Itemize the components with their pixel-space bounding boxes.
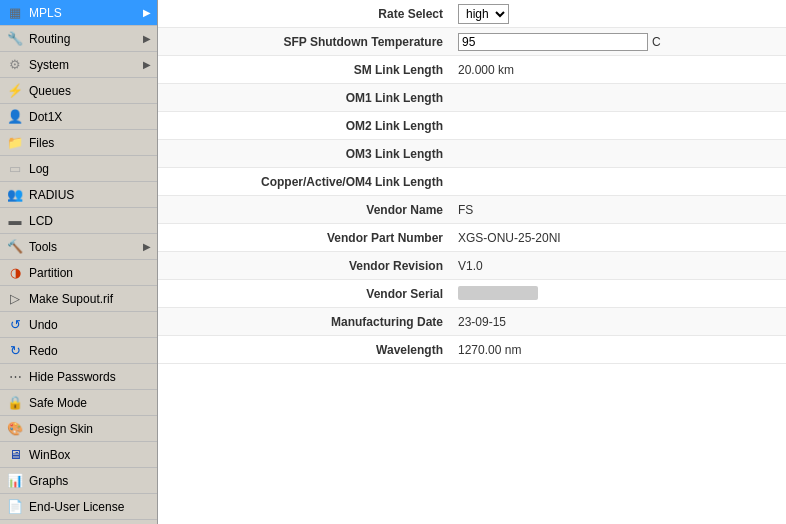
form-row-5: OM3 Link Length bbox=[158, 140, 786, 168]
sidebar-label-files: Files bbox=[29, 136, 151, 150]
queues-icon: ⚡ bbox=[6, 82, 24, 100]
sidebar-item-log[interactable]: ▭ Log bbox=[0, 156, 157, 182]
form-row-3: OM1 Link Length bbox=[158, 84, 786, 112]
sidebar-label-log: Log bbox=[29, 162, 151, 176]
form-value-2: 20.000 km bbox=[458, 63, 776, 77]
redo-icon: ↻ bbox=[6, 342, 24, 360]
sidebar-item-redo[interactable]: ↻ Redo bbox=[0, 338, 157, 364]
sidebar-item-mpls[interactable]: ▦ MPLS ▶ bbox=[0, 0, 157, 26]
form-label-0: Rate Select bbox=[168, 7, 458, 21]
sidebar-label-tools: Tools bbox=[29, 240, 143, 254]
make-icon: ▷ bbox=[6, 290, 24, 308]
form-value-12: 1270.00 nm bbox=[458, 343, 776, 357]
sidebar-item-tools[interactable]: 🔨 Tools ▶ bbox=[0, 234, 157, 260]
unit-label: C bbox=[652, 35, 661, 49]
form-value-11: 23-09-15 bbox=[458, 315, 776, 329]
hide-icon: ⋯ bbox=[6, 368, 24, 386]
sidebar-item-lcd[interactable]: ▬ LCD bbox=[0, 208, 157, 234]
sidebar-item-make[interactable]: ▷ Make Supout.rif bbox=[0, 286, 157, 312]
form-row-7: Vendor Name FS bbox=[158, 196, 786, 224]
form-value-10 bbox=[458, 286, 776, 302]
arrow-icon-tools: ▶ bbox=[143, 241, 151, 252]
sidebar-label-queues: Queues bbox=[29, 84, 151, 98]
sidebar-label-undo: Undo bbox=[29, 318, 151, 332]
form-row-1: SFP Shutdown Temperature C bbox=[158, 28, 786, 56]
mpls-icon: ▦ bbox=[6, 4, 24, 22]
form-value-7: FS bbox=[458, 203, 776, 217]
form-row-12: Wavelength 1270.00 nm bbox=[158, 336, 786, 364]
sidebar-label-radius: RADIUS bbox=[29, 188, 151, 202]
sidebar-item-design[interactable]: 🎨 Design Skin bbox=[0, 416, 157, 442]
form-label-8: Vendor Part Number bbox=[168, 231, 458, 245]
sidebar-item-safe[interactable]: 🔒 Safe Mode bbox=[0, 390, 157, 416]
sidebar: ▦ MPLS ▶ 🔧 Routing ▶ ⚙ System ▶ ⚡ Queues… bbox=[0, 0, 158, 524]
winbox-icon: 🖥 bbox=[6, 446, 24, 464]
routing-icon: 🔧 bbox=[6, 30, 24, 48]
form-row-9: Vendor Revision V1.0 bbox=[158, 252, 786, 280]
sidebar-label-system: System bbox=[29, 58, 143, 72]
safe-icon: 🔒 bbox=[6, 394, 24, 412]
form-value-text-2: 20.000 km bbox=[458, 63, 514, 77]
sidebar-label-redo: Redo bbox=[29, 344, 151, 358]
form-label-9: Vendor Revision bbox=[168, 259, 458, 273]
sidebar-label-winbox: WinBox bbox=[29, 448, 151, 462]
graphs-icon: 📊 bbox=[6, 472, 24, 490]
form-label-5: OM3 Link Length bbox=[168, 147, 458, 161]
form-row-0: Rate Select lowhigh bbox=[158, 0, 786, 28]
form-label-3: OM1 Link Length bbox=[168, 91, 458, 105]
arrow-icon-mpls: ▶ bbox=[143, 7, 151, 18]
rate-select[interactable]: lowhigh bbox=[458, 4, 509, 24]
form-value-0[interactable]: lowhigh bbox=[458, 4, 776, 24]
form-value-text-8: XGS-ONU-25-20NI bbox=[458, 231, 561, 245]
form-value-1[interactable]: C bbox=[458, 33, 776, 51]
files-icon: 📁 bbox=[6, 134, 24, 152]
sidebar-item-radius[interactable]: 👥 RADIUS bbox=[0, 182, 157, 208]
form-label-4: OM2 Link Length bbox=[168, 119, 458, 133]
vendor-serial-redacted bbox=[458, 286, 538, 300]
sidebar-label-lcd: LCD bbox=[29, 214, 151, 228]
sidebar-label-make: Make Supout.rif bbox=[29, 292, 151, 306]
sfp-temp-input[interactable] bbox=[458, 33, 648, 51]
form-label-6: Copper/Active/OM4 Link Length bbox=[168, 175, 458, 189]
form-row-11: Manufacturing Date 23-09-15 bbox=[158, 308, 786, 336]
form-value-9: V1.0 bbox=[458, 259, 776, 273]
form-row-6: Copper/Active/OM4 Link Length bbox=[158, 168, 786, 196]
form-label-1: SFP Shutdown Temperature bbox=[168, 35, 458, 49]
license-icon: 📄 bbox=[6, 498, 24, 516]
sidebar-item-partition[interactable]: ◑ Partition bbox=[0, 260, 157, 286]
arrow-icon-routing: ▶ bbox=[143, 33, 151, 44]
sidebar-item-graphs[interactable]: 📊 Graphs bbox=[0, 468, 157, 494]
sidebar-item-winbox[interactable]: 🖥 WinBox bbox=[0, 442, 157, 468]
lcd-icon: ▬ bbox=[6, 212, 24, 230]
dot1x-icon: 👤 bbox=[6, 108, 24, 126]
sidebar-item-system[interactable]: ⚙ System ▶ bbox=[0, 52, 157, 78]
form-value-text-7: FS bbox=[458, 203, 473, 217]
sidebar-label-mpls: MPLS bbox=[29, 6, 143, 20]
sidebar-item-routing[interactable]: 🔧 Routing ▶ bbox=[0, 26, 157, 52]
form-label-12: Wavelength bbox=[168, 343, 458, 357]
sidebar-item-files[interactable]: 📁 Files bbox=[0, 130, 157, 156]
sidebar-label-partition: Partition bbox=[29, 266, 151, 280]
form-label-7: Vendor Name bbox=[168, 203, 458, 217]
system-icon: ⚙ bbox=[6, 56, 24, 74]
sidebar-item-queues[interactable]: ⚡ Queues bbox=[0, 78, 157, 104]
sidebar-label-safe: Safe Mode bbox=[29, 396, 151, 410]
radius-icon: 👥 bbox=[6, 186, 24, 204]
sidebar-label-hide: Hide Passwords bbox=[29, 370, 151, 384]
form-value-text-9: V1.0 bbox=[458, 259, 483, 273]
arrow-icon-system: ▶ bbox=[143, 59, 151, 70]
tools-icon: 🔨 bbox=[6, 238, 24, 256]
form-row-10: Vendor Serial bbox=[158, 280, 786, 308]
partition-icon: ◑ bbox=[6, 264, 24, 282]
sidebar-item-license[interactable]: 📄 End-User License bbox=[0, 494, 157, 520]
sidebar-item-hide[interactable]: ⋯ Hide Passwords bbox=[0, 364, 157, 390]
main-content: Rate Select lowhigh SFP Shutdown Tempera… bbox=[158, 0, 786, 524]
sidebar-item-dot1x[interactable]: 👤 Dot1X bbox=[0, 104, 157, 130]
design-icon: 🎨 bbox=[6, 420, 24, 438]
form-label-10: Vendor Serial bbox=[168, 287, 458, 301]
sidebar-label-routing: Routing bbox=[29, 32, 143, 46]
sidebar-item-undo[interactable]: ↺ Undo bbox=[0, 312, 157, 338]
form-label-11: Manufacturing Date bbox=[168, 315, 458, 329]
form-row-2: SM Link Length 20.000 km bbox=[158, 56, 786, 84]
sidebar-label-graphs: Graphs bbox=[29, 474, 151, 488]
